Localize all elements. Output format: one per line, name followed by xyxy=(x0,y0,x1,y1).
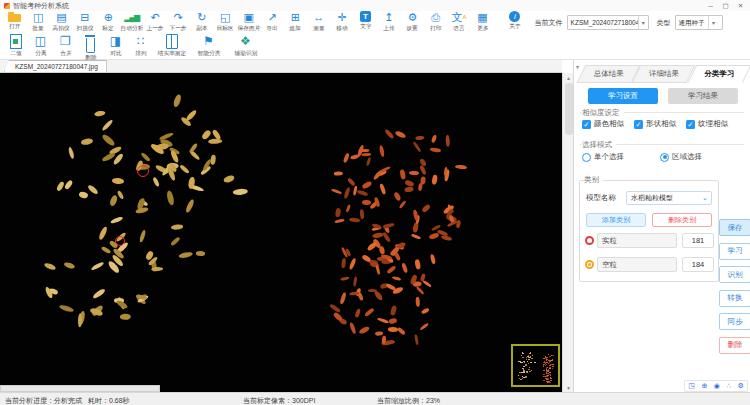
vertical-scrollbar[interactable]: ▲ ▼ xyxy=(562,73,573,392)
scrollbar-thumb[interactable] xyxy=(565,83,573,135)
minimap-seed xyxy=(531,358,533,359)
toolbar-button-binary[interactable]: 二值 xyxy=(3,34,28,57)
toolbar-button-export[interactable]: ↗导出 xyxy=(260,11,283,32)
minimap[interactable] xyxy=(511,344,560,387)
toolbar-button-open[interactable]: 打开 xyxy=(3,11,26,30)
crosshair-icon[interactable]: ⊕ xyxy=(701,381,707,391)
scatter-icon[interactable]: ∴ xyxy=(726,381,730,391)
toolbar-button-separate[interactable]: ◫分离 xyxy=(28,34,53,57)
model-select[interactable]: 水稻籼粒模型 ⌄ xyxy=(626,191,712,205)
category-row: 实粒181 xyxy=(584,233,714,248)
toolbar-button-delete[interactable]: 删除 xyxy=(78,34,103,61)
toolbar-button-calibrate[interactable]: ⊕标定 xyxy=(97,11,120,32)
toolbar-button-prev-step[interactable]: ↶上一步 xyxy=(143,11,166,32)
minimize-button[interactable]: ─ xyxy=(703,0,718,11)
type-select[interactable]: 通用种子▾ xyxy=(675,15,723,30)
panel-tab-分类学习[interactable]: 分类学习 xyxy=(692,65,747,83)
toolbar-button-append[interactable]: ⊞追加 xyxy=(284,11,307,32)
toolbar-button-seed-rate[interactable]: 结实率测定 xyxy=(153,34,190,57)
toolbar-button-auto-analyze[interactable]: ▂▄▆自动分析 xyxy=(120,11,143,32)
seed xyxy=(67,146,75,159)
current-file-select[interactable]: KZSM_20240727180047▾ xyxy=(567,15,649,30)
panel-tab-总体结果[interactable]: 总体结果 xyxy=(581,65,636,83)
fit-screen-icon[interactable]: ◳ xyxy=(688,381,695,391)
minimap-seed xyxy=(530,362,532,363)
save-button[interactable]: 保存 xyxy=(719,219,750,236)
curve-icon[interactable]: ◉ xyxy=(714,381,720,391)
toolbar-button-measure[interactable]: ↔测量 xyxy=(307,11,330,32)
seed xyxy=(352,185,357,196)
toolbar-button-smart-classify[interactable]: ⚑智能分类 xyxy=(190,34,227,57)
checkbox-形状相似[interactable]: ✓形状相似 xyxy=(634,119,686,129)
toolbar-button-upload[interactable]: ↥上传 xyxy=(377,11,400,32)
toolbar-button-batch[interactable]: ◫批量 xyxy=(26,11,49,32)
toolbar-button-text[interactable]: T文字 xyxy=(354,11,377,30)
seed xyxy=(340,276,350,281)
delete-category-button[interactable]: 删除类别 xyxy=(652,213,712,227)
gear-icon[interactable]: ⚙ xyxy=(737,381,743,391)
toolbar-button-compare[interactable]: ◨对比 xyxy=(103,34,128,57)
minimap-seed xyxy=(523,372,525,373)
toolbar-button-more[interactable]: ▦更多 xyxy=(471,11,494,32)
learn-button[interactable]: 学习 xyxy=(719,243,750,260)
toolbar-button-save-image[interactable]: ▣保存图片 xyxy=(237,11,260,32)
category-count-field[interactable]: 181 xyxy=(682,233,714,248)
panel-tab-label: 分类学习 xyxy=(704,69,734,79)
file-tab[interactable]: KZSM_20240727180047.jpg xyxy=(4,60,107,72)
minimap-seed xyxy=(549,374,551,375)
edit-toolbar: 二值◫分离❐合并删除◨对比∷排列结实率测定⚑智能分类❖辅助识别 xyxy=(0,34,750,60)
open-icon xyxy=(8,14,21,22)
seed xyxy=(108,194,117,207)
panel-tab-label: 总体结果 xyxy=(594,69,624,79)
toolbar-button-next-step[interactable]: ↷下一步 xyxy=(167,11,190,32)
horizontal-scrollbar-thumb[interactable] xyxy=(0,385,160,392)
subtab-学习设置[interactable]: 学习设置 xyxy=(588,88,658,104)
prev-step-icon: ↶ xyxy=(150,11,159,24)
minimap-seed xyxy=(548,381,550,382)
image-canvas[interactable] xyxy=(0,73,562,392)
convert-button[interactable]: 转换 xyxy=(719,290,750,307)
minimap-seed xyxy=(549,360,551,361)
delete-button[interactable]: 删除 xyxy=(719,337,750,354)
subtab-学习结果[interactable]: 学习结果 xyxy=(668,88,738,104)
category-count-field[interactable]: 184 xyxy=(682,257,714,272)
toolbar-label: 追加 xyxy=(290,24,301,32)
toolbar-button-language[interactable]: 文语言 xyxy=(447,11,470,32)
toolbar-label: 副本 xyxy=(196,24,207,32)
radio-单个选择[interactable]: 单个选择 xyxy=(582,152,660,162)
radio-区域选择[interactable]: 区域选择 xyxy=(660,152,738,162)
toolbar-button-about[interactable]: i关于 xyxy=(503,11,526,30)
checkbox-纹理相似[interactable]: ✓纹理相似 xyxy=(686,119,738,129)
category-name-field[interactable]: 空粒 xyxy=(597,257,677,272)
toolbar-button-duplicate[interactable]: ↻副本 xyxy=(190,11,213,32)
toolbar-button-scanner[interactable]: ⊟扫描仪 xyxy=(73,11,96,32)
close-button[interactable]: ✕ xyxy=(733,0,748,11)
recognize-button[interactable]: 识别 xyxy=(719,266,750,283)
minimap-seed xyxy=(529,367,531,368)
sync-button[interactable]: 同步 xyxy=(719,313,750,330)
toolbar-button-merge[interactable]: ❐合并 xyxy=(53,34,78,57)
toolbar-button-settings[interactable]: ⚙设置 xyxy=(401,11,424,32)
toolbar-button-target-area[interactable]: ◱目标区 xyxy=(214,11,237,32)
seed xyxy=(116,190,124,200)
toolbar-button-print[interactable]: ⎙打印 xyxy=(424,11,447,32)
toolbar-button-arrange[interactable]: ∷排列 xyxy=(128,34,153,57)
minimap-seed xyxy=(527,361,529,362)
checkbox-颜色相似[interactable]: ✓颜色相似 xyxy=(582,119,634,129)
panel-tab-详细结果[interactable]: 详细结果 xyxy=(636,65,691,83)
seed xyxy=(81,138,94,146)
seed xyxy=(405,186,414,192)
maximize-button[interactable]: ▢ xyxy=(718,0,733,11)
minimap-seed xyxy=(550,380,552,381)
category-name-field[interactable]: 实粒 xyxy=(597,233,677,248)
minimap-seed xyxy=(532,355,534,356)
toolbar-button-doc-camera[interactable]: ▤高拍仪 xyxy=(50,11,73,32)
panel-pin-icon[interactable]: ▾ xyxy=(576,63,579,70)
chevron-down-icon: ⌄ xyxy=(699,194,711,202)
seed xyxy=(343,153,351,164)
add-category-button[interactable]: 添加类别 xyxy=(586,213,646,227)
seed xyxy=(100,133,115,147)
seed xyxy=(377,318,389,325)
toolbar-button-move[interactable]: ✛移动 xyxy=(330,11,353,32)
toolbar-button-assist-recognize[interactable]: ❖辅助识别 xyxy=(227,34,264,57)
